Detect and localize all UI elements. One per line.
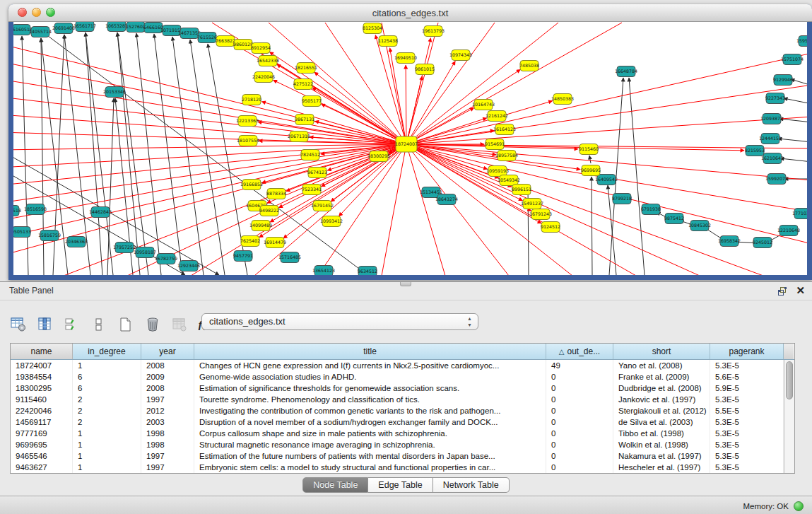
graph-node[interactable]: 8912954 [251, 43, 271, 54]
row-options-icon[interactable] [90, 316, 107, 333]
graph-node[interactable]: 15958432 [796, 36, 807, 47]
graph-node[interactable]: 7663822 [216, 36, 235, 47]
column-header-in_degree[interactable]: in_degree [73, 344, 141, 359]
table-options-icon[interactable] [10, 316, 27, 333]
graph-node[interactable]: 16648784 [615, 66, 637, 77]
graph-node[interactable]: 17957253 [113, 243, 136, 253]
graph-node[interactable]: 16914479 [264, 238, 286, 248]
graph-node[interactable]: 7625402 [240, 236, 260, 247]
graph-node[interactable]: 12923446 [177, 261, 200, 271]
graph-node[interactable]: 18216551 [295, 63, 317, 74]
graph-node[interactable]: 10993412 [320, 216, 343, 227]
graph-node[interactable]: 16791452 [311, 201, 334, 211]
table-row[interactable]: 1872400712008Changes of HCN gene express… [11, 360, 794, 371]
column-header-short[interactable]: short [613, 344, 710, 359]
graph-node[interactable]: 1125438 [378, 36, 398, 47]
column-header-name[interactable]: name [11, 344, 73, 359]
table-row[interactable]: 977716911998Corpus callosum shape and si… [11, 428, 794, 439]
graph-node[interactable]: 15992071 [765, 174, 788, 185]
table-row[interactable]: 1938455462009Genome-wide association stu… [11, 371, 794, 382]
minimize-window-button[interactable] [32, 8, 41, 17]
graph-node[interactable]: 9505133 [13, 227, 31, 238]
table-row[interactable]: 2242004622012Investigating the contribut… [11, 405, 794, 416]
graph-node[interactable]: 14462843 [89, 207, 112, 218]
float-panel-icon[interactable] [777, 286, 787, 296]
graph-node[interactable]: 16210643 [761, 153, 784, 164]
graph-node[interactable]: 8799218 [612, 194, 632, 204]
graph-node[interactable]: 6791938 [641, 204, 661, 215]
graph-node[interactable]: 16561717 [73, 22, 96, 32]
graph-node[interactable]: 18300295 [367, 151, 390, 162]
graph-node[interactable]: 9498222 [259, 206, 279, 216]
scrollbar-thumb[interactable] [786, 361, 793, 399]
graph-node[interactable]: 9124512 [541, 222, 560, 233]
graph-node[interactable]: 18107554 [237, 136, 259, 146]
graph-node[interactable]: 16949510 [394, 53, 417, 64]
graph-node[interactable]: 9457791 [233, 251, 253, 262]
column-header-year[interactable]: year [141, 344, 194, 359]
graph-node[interactable]: 14850383 [551, 94, 574, 105]
graph-node[interactable]: 9860128 [233, 40, 253, 50]
graph-node[interactable]: 7485038 [519, 61, 539, 71]
graph-node[interactable]: 18724007 [395, 136, 418, 152]
graph-node[interactable]: 8215953 [745, 146, 765, 156]
table-vertical-scrollbar[interactable] [784, 360, 794, 473]
graph-node[interactable]: 1527602 [126, 22, 146, 33]
graph-node[interactable]: 9634512 [358, 267, 377, 276]
graph-node[interactable]: 15491237 [521, 199, 543, 209]
graph-node[interactable]: 12210648 [777, 226, 800, 236]
graph-node[interactable]: 14099489 [249, 221, 272, 231]
graph-node[interactable]: 7615526 [197, 33, 217, 43]
graph-node[interactable]: 15751074 [781, 54, 804, 65]
graph-node[interactable]: 20671310 [288, 132, 310, 142]
graph-node[interactable]: 20691406 [52, 23, 75, 34]
table-row[interactable]: 969969511998Structural magnetic resonanc… [11, 439, 794, 450]
table-row[interactable]: 911546021997Tourette syndrome. Phenomeno… [11, 394, 794, 405]
column-header-title[interactable]: title [194, 344, 546, 359]
graph-node[interactable]: 16542338 [257, 56, 279, 66]
graph-node[interactable]: 4275122 [293, 79, 313, 90]
graph-node[interactable]: 9505177 [302, 96, 322, 107]
graph-node[interactable]: 9227343 [765, 93, 785, 104]
graph-node[interactable]: 10845302 [688, 221, 711, 231]
graph-node[interactable]: 2718120 [242, 95, 261, 105]
tab-node-table[interactable]: Node Table [302, 477, 368, 493]
column-header-out_de[interactable]: △out_de... [546, 344, 613, 359]
table-row[interactable]: 1456911722003Disruption of a novel membe… [11, 416, 794, 428]
citation-network-graph[interactable]: 2616051814055714206914061656171710653287… [13, 22, 807, 275]
graph-node[interactable]: 18516598 [24, 204, 47, 215]
graph-node[interactable]: 3867131 [295, 115, 314, 125]
graph-node[interactable]: 9875412 [664, 214, 684, 224]
graph-node[interactable]: 22420046 [252, 72, 275, 83]
graph-node[interactable]: 16958342 [718, 236, 741, 247]
graph-node[interactable]: 17710345 [792, 209, 807, 219]
graph-node[interactable]: 16782759 [155, 254, 177, 264]
graph-node[interactable]: 19613793 [422, 26, 445, 37]
graph-node[interactable]: 8996151 [512, 185, 531, 195]
network-window-titlebar[interactable]: citations_edges.txt [8, 4, 812, 22]
graph-node[interactable]: 10164743 [472, 100, 495, 110]
graph-node[interactable]: 8878334 [266, 189, 286, 199]
graph-node[interactable]: 15716485 [278, 252, 301, 263]
graph-node[interactable]: 9699695 [581, 165, 601, 176]
select-columns-icon[interactable] [64, 316, 81, 333]
graph-node[interactable]: 20153346 [103, 87, 126, 98]
network-canvas[interactable]: 2616051814055714206914061656171710653287… [13, 22, 807, 275]
graph-node[interactable]: 9861015 [415, 64, 435, 75]
graph-node[interactable]: 9154691 [485, 139, 505, 150]
graph-node[interactable]: 14055714 [29, 27, 52, 37]
graph-node[interactable]: 19166852 [240, 180, 263, 190]
table-selector-dropdown[interactable]: citations_edges.txt ▲▼ [201, 313, 478, 330]
close-window-button[interactable] [18, 8, 27, 17]
graph-node[interactable]: 9245012 [753, 238, 772, 248]
table-row[interactable]: 946554611997Estimation of the future num… [11, 450, 794, 462]
graph-node[interactable]: 16164125 [493, 124, 516, 135]
tab-network-table[interactable]: Network Table [433, 477, 510, 493]
delete-table-icon[interactable] [144, 316, 161, 333]
graph-node[interactable]: 8125304 [363, 23, 382, 34]
graph-node[interactable]: 25160518 [13, 206, 21, 216]
graph-node[interactable]: 16791243 [529, 209, 552, 220]
tab-edge-table[interactable]: Edge Table [368, 477, 433, 493]
table-row[interactable]: 946362711997Embryonic stem cells: a mode… [11, 462, 794, 473]
graph-node[interactable]: 12093872 [760, 114, 783, 124]
